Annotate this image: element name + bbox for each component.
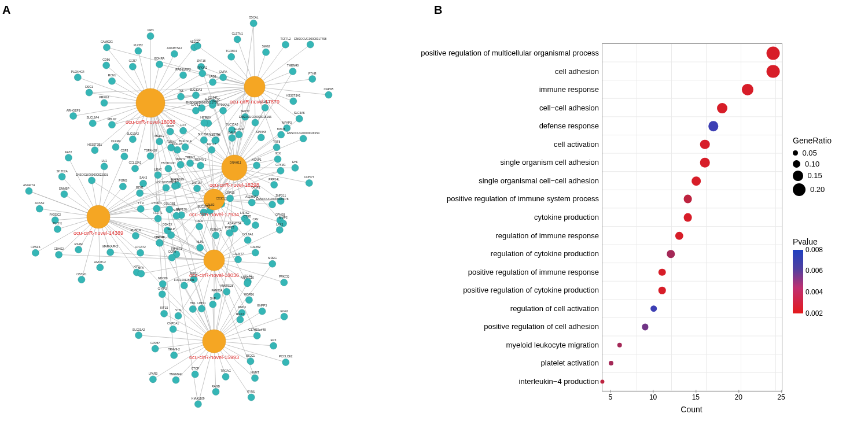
hub-label: ocu-cirR-novel-18038 (126, 119, 175, 125)
gene-label: COL9A1 (242, 232, 253, 236)
gene-label: SHF (210, 297, 216, 300)
gene-label: TREM2 (185, 156, 195, 159)
hub-node (87, 205, 110, 228)
gene-label: UPA (138, 266, 145, 269)
gene-label: SLC31A2 (133, 328, 145, 331)
gene-label: FBLN7 (108, 117, 117, 121)
gene-label: PLCB2 (134, 43, 143, 47)
gene-node (119, 183, 126, 190)
gene-label: PCOLCE2 (279, 354, 293, 358)
y-category-label: positive regulation of cell adhesion (484, 322, 599, 331)
gene-node (155, 215, 161, 222)
y-category-label: positive regulation of cytokine producti… (463, 286, 599, 294)
svg-line-21 (89, 87, 255, 93)
gene-node (174, 146, 181, 153)
y-category-label: regulation of immune response (496, 231, 599, 239)
gene-node (178, 93, 185, 100)
gene-label: FAXDC2 (50, 213, 61, 216)
legend-size-row: 0.05 (793, 149, 832, 157)
gene-label: CAPN5 (324, 87, 334, 91)
gene-label: TBC1D10C (161, 161, 176, 165)
gene-label: OALM (228, 131, 236, 134)
legend-size-label: 0.20 (810, 185, 825, 194)
gene-node (166, 206, 173, 213)
gene-node (200, 136, 207, 143)
gene-node (103, 44, 110, 51)
gene-label: SCIN (173, 208, 180, 212)
gene-node (244, 237, 251, 243)
gene-node (228, 53, 235, 60)
gene-node (58, 173, 65, 180)
y-category-label: cell adhesion (555, 67, 599, 75)
gene-node (282, 359, 289, 365)
hub-label: ocu-cirR-novel-18036 (189, 272, 239, 278)
gene-node (131, 165, 138, 172)
dotplot-panel: positive regulation of multicellular org… (446, 32, 862, 437)
gene-node (74, 74, 81, 81)
gene-label: DDX3X (163, 223, 172, 226)
gene-label: PTHR (308, 72, 317, 75)
gene-label: DNAH11 (230, 161, 241, 164)
gene-node (107, 249, 114, 256)
y-category-label: cell activation (554, 139, 599, 148)
gene-label: TRGAC (220, 369, 231, 372)
gene-node (236, 131, 242, 138)
gene-node (65, 154, 72, 161)
y-category-label: platelet activation (541, 359, 599, 367)
gene-label: AMOTL2 (94, 260, 106, 264)
gene-label: RUBCN (131, 228, 141, 232)
hub-node (203, 330, 226, 353)
gene-node (89, 177, 95, 184)
gene-label: CTSB (243, 215, 251, 218)
gene-node (168, 254, 175, 261)
gene-node (54, 226, 61, 232)
gene-node (263, 49, 270, 56)
gene-label: MFAP3 (282, 121, 292, 124)
gene-node (155, 172, 161, 179)
gene-label: KCNP1 (252, 158, 262, 161)
gene-node (244, 280, 251, 287)
x-tick: 20 (735, 393, 742, 401)
gene-label: LRP1B (226, 191, 236, 194)
gene-node (212, 232, 219, 239)
gene-label: PLEKHG4 (71, 70, 84, 73)
gene-node (89, 120, 96, 127)
dotplot-point (683, 195, 692, 204)
gene-label: SPINK8 (256, 130, 266, 134)
gene-label: MED12 (155, 134, 164, 138)
y-category-label: single organism cell adhesion (500, 158, 599, 167)
gene-label: CDCAL (249, 16, 259, 19)
gene-label: ADAMTS4 (227, 221, 241, 225)
gene-node (189, 305, 196, 312)
gene-node (137, 249, 144, 256)
gene-node (277, 167, 284, 174)
gene-node (78, 276, 85, 283)
gene-node (121, 153, 128, 160)
gene-label: KYNU (247, 390, 255, 393)
gene-label: TGFBK4 (226, 49, 237, 53)
gene-node (201, 120, 208, 127)
gene-label: CLEC4E (154, 235, 165, 239)
gene-node (147, 32, 154, 39)
gene-label: CD247 (208, 95, 218, 99)
y-category-label: regulation of cytokine production (491, 249, 599, 258)
gene-label: LAX1 (276, 223, 283, 226)
dotplot-point (600, 379, 604, 383)
gene-label: RND3 (238, 305, 246, 309)
gene-label: CALU (196, 219, 204, 223)
gene-node (252, 119, 259, 126)
hub-node (222, 155, 247, 180)
gene-label: ADAMTS12 (167, 46, 182, 50)
gene-label: SLC15A3 (226, 123, 238, 126)
dotplot-point (692, 176, 701, 186)
gene-node (292, 164, 299, 171)
gene-label: CCL12A1 (129, 161, 142, 164)
gene-node (177, 161, 184, 168)
x-tick: 15 (692, 393, 700, 401)
gene-label: CSF3 (120, 149, 128, 152)
gene-label: KIF15 (160, 306, 168, 309)
colorbar-tick: 0.008 (806, 246, 823, 254)
y-category-label: positive regulation of immune response (468, 267, 599, 276)
gene-label: LPCAT2 (135, 245, 146, 249)
gene-label: GOLGB1 (164, 202, 176, 205)
